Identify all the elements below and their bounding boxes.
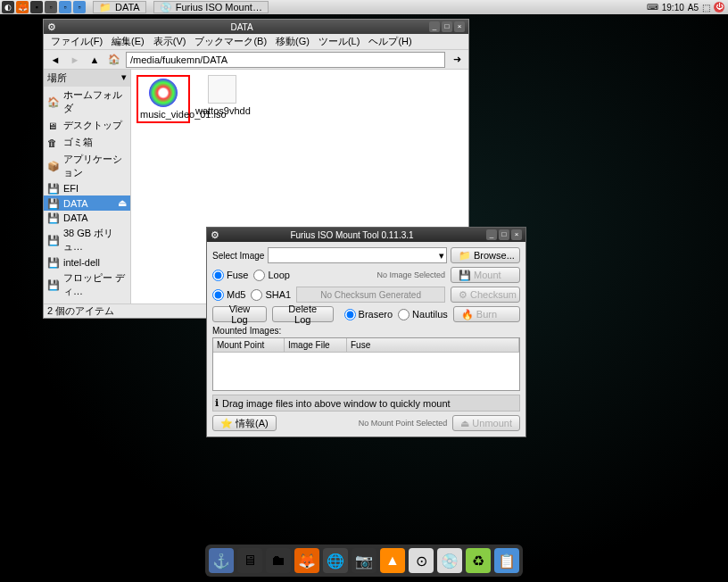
sidebar-item[interactable]: 💾DATA bbox=[44, 211, 130, 225]
sidebar-item[interactable]: 🖥デスクトップ bbox=[44, 117, 130, 134]
sidebar-item[interactable]: 🏠ホームフォルダ bbox=[44, 87, 130, 117]
menu-tools[interactable]: ツール(L) bbox=[315, 35, 363, 48]
sidebar-label: intel-dell bbox=[63, 257, 100, 268]
col-mount-point[interactable]: Mount Point bbox=[213, 338, 285, 352]
fm-window-icon: ⚙ bbox=[47, 21, 56, 33]
image-combo[interactable]: ▾ bbox=[268, 247, 447, 263]
clock[interactable]: 19:10 bbox=[662, 3, 684, 12]
menu-icon[interactable]: ◐ bbox=[2, 1, 14, 13]
app-icon[interactable]: ▫ bbox=[59, 1, 71, 13]
app-icon2[interactable]: ▫ bbox=[73, 1, 86, 13]
sidebar-item[interactable]: 🗑ゴミ箱 bbox=[44, 134, 130, 151]
delete-log-button[interactable]: Delete Log bbox=[272, 306, 334, 322]
nautilus-radio[interactable]: Nautilus bbox=[398, 309, 448, 320]
tray-icon[interactable]: ⬚ bbox=[702, 3, 710, 12]
dock-files[interactable]: 🖿 bbox=[266, 548, 291, 573]
fm-menubar: ファイル(F) 編集(E) 表示(V) ブックマーク(B) 移動(G) ツール(… bbox=[44, 34, 468, 50]
sidebar-label: 38 GB ボリュ… bbox=[63, 227, 127, 254]
close-button[interactable]: × bbox=[511, 229, 522, 240]
dock-browser[interactable]: 🌐 bbox=[323, 548, 348, 573]
dock-display[interactable]: 🖥 bbox=[237, 548, 262, 573]
maximize-button[interactable]: □ bbox=[442, 21, 452, 32]
dock-notes[interactable]: 📋 bbox=[494, 548, 519, 573]
file-icon bbox=[208, 75, 236, 104]
path-input[interactable]: /media/fuukemn/DATA bbox=[126, 52, 445, 68]
forward-button[interactable]: ► bbox=[67, 52, 83, 68]
mounted-images-table[interactable]: Mount Point Image File Fuse bbox=[212, 337, 520, 391]
folder-icon: 📁 bbox=[459, 250, 471, 262]
up-button[interactable]: ▲ bbox=[87, 52, 103, 68]
browse-button[interactable]: 📁Browse... bbox=[451, 247, 520, 263]
file-label: wattos9vhdd bbox=[195, 105, 249, 116]
md5-radio[interactable]: Md5 bbox=[212, 289, 245, 301]
dock-vlc[interactable]: ▲ bbox=[380, 548, 405, 573]
sidebar-item[interactable]: 📦アプリケーション bbox=[44, 151, 130, 181]
info-icon: ℹ bbox=[215, 397, 219, 409]
minimize-button[interactable]: _ bbox=[429, 21, 440, 32]
place-icon: 📦 bbox=[47, 161, 60, 171]
sidebar-item[interactable]: 💾DATA⏏ bbox=[44, 195, 130, 211]
close-button[interactable]: × bbox=[454, 21, 465, 32]
keyboard-indicator[interactable]: ⌨ bbox=[647, 3, 658, 12]
taskbar-item-furius[interactable]: 💿 Furius ISO Mount… bbox=[153, 1, 269, 13]
menu-edit[interactable]: 編集(E) bbox=[108, 35, 148, 48]
dock-anchor[interactable]: ⚓ bbox=[209, 548, 234, 573]
minimize-button[interactable]: _ bbox=[486, 229, 497, 240]
place-icon: 📁 bbox=[47, 303, 60, 304]
menu-help[interactable]: ヘルプ(H) bbox=[365, 35, 415, 48]
taskbar-item-data[interactable]: 📁 DATA bbox=[93, 1, 146, 13]
fm-toolbar: ◄ ► ▲ 🏠 /media/fuukemn/DATA ➜ bbox=[44, 50, 468, 70]
dock-disc[interactable]: 💿 bbox=[437, 548, 462, 573]
sidebar-item[interactable]: 💾38 GB ボリュ… bbox=[44, 225, 130, 255]
go-button[interactable]: ➜ bbox=[449, 52, 465, 68]
file-iso[interactable]: music_video_01.iso bbox=[136, 75, 190, 123]
ime-indicator[interactable]: A5 bbox=[688, 3, 699, 12]
eject-icon[interactable]: ⏏ bbox=[118, 197, 127, 209]
place-icon: 🖥 bbox=[47, 121, 60, 131]
place-icon: 💾 bbox=[47, 183, 60, 194]
file-vhdd[interactable]: wattos9vhdd bbox=[195, 75, 249, 116]
menu-bookmarks[interactable]: ブックマーク(B) bbox=[191, 35, 270, 48]
task-label: DATA bbox=[115, 2, 140, 12]
furius-titlebar[interactable]: ⚙ Furius ISO Mount Tool 0.11.3.1 _ □ × bbox=[207, 228, 525, 242]
sidebar-item[interactable]: 💾EFI bbox=[44, 181, 130, 195]
mounted-images-label: Mounted Images: bbox=[212, 326, 520, 336]
firefox-icon[interactable]: 🦊 bbox=[16, 1, 29, 13]
dock-firefox[interactable]: 🦊 bbox=[294, 548, 319, 573]
loop-radio[interactable]: Loop bbox=[253, 270, 289, 281]
sidebar-item[interactable]: 📁ドキュメント bbox=[44, 300, 130, 303]
col-fuse[interactable]: Fuse bbox=[347, 338, 519, 352]
view-log-button[interactable]: View Log bbox=[212, 306, 267, 322]
place-icon: 💾 bbox=[47, 235, 60, 245]
dock-player[interactable]: ⊙ bbox=[409, 548, 434, 573]
back-button[interactable]: ◄ bbox=[47, 52, 63, 68]
dock-camera[interactable]: 📷 bbox=[352, 548, 376, 573]
menu-view[interactable]: 表示(V) bbox=[150, 35, 190, 48]
sha1-radio[interactable]: SHA1 bbox=[251, 289, 291, 301]
terminal-icon[interactable]: ▪ bbox=[30, 1, 43, 13]
brasero-radio[interactable]: Brasero bbox=[344, 309, 393, 320]
no-image-text: No Image Selected bbox=[295, 270, 445, 279]
power-icon[interactable]: ⏻ bbox=[714, 2, 724, 12]
panel-launchers: ◐ 🦊 ▪ ▫ ▫ ▫ bbox=[0, 1, 86, 13]
menu-go[interactable]: 移動(G) bbox=[272, 35, 313, 48]
dock-recycle[interactable]: ♻ bbox=[466, 548, 491, 573]
maximize-button[interactable]: □ bbox=[499, 229, 509, 240]
col-image-file[interactable]: Image File bbox=[285, 338, 347, 352]
fm-titlebar[interactable]: ⚙ DATA _ □ × bbox=[44, 20, 468, 34]
task-label: Furius ISO Mount… bbox=[176, 2, 262, 12]
select-image-label: Select Image bbox=[212, 251, 264, 261]
sidebar-label: DATA bbox=[63, 212, 88, 223]
info-button[interactable]: ⭐情報(A) bbox=[212, 415, 277, 431]
fuse-radio[interactable]: Fuse bbox=[212, 270, 248, 281]
menu-file[interactable]: ファイル(F) bbox=[47, 35, 106, 48]
sidebar-item[interactable]: 💾フロッピー ディ… bbox=[44, 270, 130, 300]
unmount-button: ⏏Unmount bbox=[452, 415, 520, 431]
home-button[interactable]: 🏠 bbox=[106, 52, 122, 68]
sidebar-item[interactable]: 💾intel-dell bbox=[44, 255, 130, 270]
table-header: Mount Point Image File Fuse bbox=[213, 338, 519, 353]
fm-icon[interactable]: ▫ bbox=[45, 1, 57, 13]
eject-icon: ⏏ bbox=[460, 418, 469, 429]
gear-icon: ⚙ bbox=[459, 289, 467, 301]
star-icon: ⭐ bbox=[220, 418, 233, 429]
